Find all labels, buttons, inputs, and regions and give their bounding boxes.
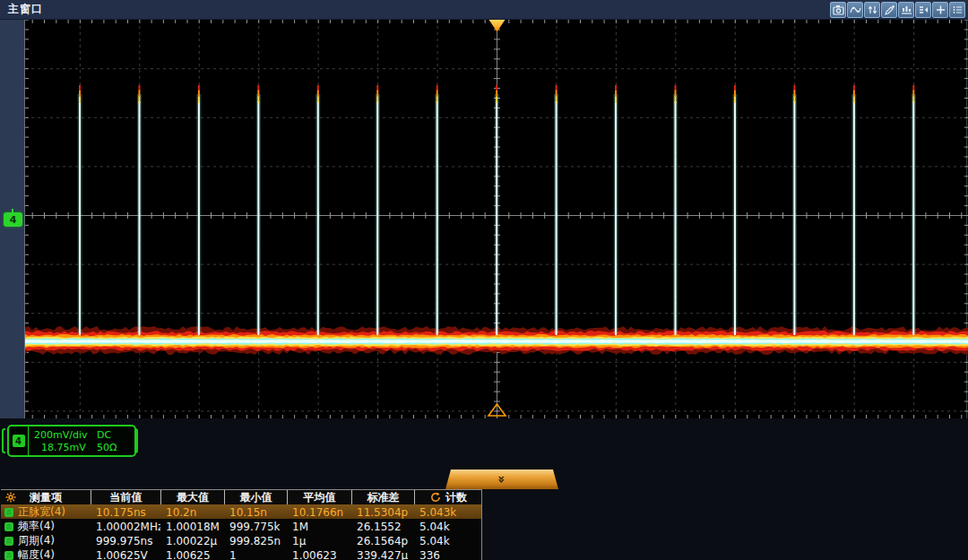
waveform-curve-button[interactable] — [847, 2, 863, 18]
measurement-value: 26.1564p — [351, 535, 414, 547]
measurement-value: 1M — [287, 521, 351, 533]
plus-button[interactable] — [932, 2, 948, 18]
measurement-value: 5.04k — [414, 521, 482, 533]
column-header: 测量项 — [1, 490, 91, 504]
trigger-position-marker[interactable] — [489, 20, 506, 32]
column-header: 计数 — [414, 490, 482, 504]
channel-scale: 200mV/div — [29, 429, 90, 441]
toolbar — [830, 2, 965, 18]
chevrons-down-icon: » — [496, 475, 508, 483]
measurement-value: 1.00022µ — [160, 535, 224, 547]
channel-impedance: 50Ω — [90, 442, 117, 453]
channel-measure-icon: ⎍ — [4, 551, 13, 560]
window-title: 主窗口 — [0, 2, 43, 17]
measurement-value: 5.043k — [414, 506, 482, 519]
measurement-value: 339.427µ — [351, 549, 414, 560]
measurement-value: 10.1766n — [287, 506, 351, 519]
screenshot-button[interactable] — [830, 2, 846, 18]
channel-number-badge: 4 — [13, 435, 25, 447]
measurement-value: 1.00625 — [160, 549, 224, 560]
measurement-label: ⎍频率(4) — [1, 519, 91, 534]
measurement-value: 999.825n — [224, 535, 287, 547]
channel-badge-wrap: 4 — [9, 426, 29, 455]
measurement-value: 1.00018M — [160, 521, 224, 533]
histogram-button[interactable] — [898, 2, 914, 18]
channel-offset: 18.75mV — [29, 442, 90, 453]
column-header: 标准差 — [351, 490, 414, 504]
column-header: 最小值 — [224, 490, 287, 504]
measurement-value: 1 — [224, 549, 287, 560]
edit-plus-icon — [884, 4, 895, 15]
histogram-icon — [901, 4, 912, 15]
measurement-value: 336 — [414, 549, 482, 560]
column-header: 最大值 — [160, 490, 224, 504]
channel-measure-icon: ⎍ — [4, 522, 13, 531]
plus-icon — [935, 4, 946, 15]
measurement-value: 26.1552 — [351, 521, 414, 533]
channel4-ground-marker[interactable]: 4 — [4, 212, 22, 227]
arrows-updown-button[interactable] — [864, 2, 880, 18]
gear-icon[interactable] — [5, 492, 16, 506]
measurement-value: 1.00623 — [287, 549, 351, 560]
measurement-row[interactable]: ⎍频率(4)1.00002MHz1.00018M999.775k1M26.155… — [1, 519, 481, 533]
measurement-row[interactable]: ⎍幅度(4)1.00625V1.0062511.00623339.427µ336 — [1, 547, 481, 560]
measurement-value: 1.00002MHz — [91, 521, 160, 533]
column-header: 当前值 — [91, 490, 160, 504]
channel-measure-icon: ⎍ — [4, 537, 13, 546]
dock-panel-icon — [918, 4, 929, 15]
measurement-value: 10.2n — [160, 506, 224, 519]
measurement-table: 测量项当前值最大值最小值平均值标准差计数⎍正脉宽(4)10.175ns10.2n… — [1, 489, 482, 560]
measurement-value: 1µ — [287, 535, 351, 547]
column-header: 平均值 — [287, 490, 351, 504]
waveform-curve-icon — [850, 4, 861, 15]
menu-list-icon — [952, 4, 964, 15]
refresh-icon[interactable] — [430, 492, 441, 503]
measurement-label: ⎍周期(4) — [1, 533, 91, 548]
screenshot-icon — [833, 4, 844, 15]
dock-panel-button[interactable] — [915, 2, 931, 18]
measurement-row[interactable]: ⎍正脉宽(4)10.175ns10.2n10.15n10.1766n11.530… — [1, 504, 481, 519]
channel4-info-box[interactable]: 4 200mV/div DC 18.75mV 50Ω — [7, 425, 136, 457]
arrows-updown-icon — [867, 4, 878, 15]
channel-measure-icon: ⎍ — [4, 508, 13, 517]
measurement-row[interactable]: ⎍周期(4)999.975ns1.00022µ999.825n1µ26.1564… — [1, 533, 481, 547]
measurement-value: 5.04k — [414, 535, 482, 547]
measurement-value: 11.5304p — [351, 506, 414, 519]
titlebar: 主窗口 — [0, 0, 968, 20]
menu-list-button[interactable] — [949, 2, 965, 18]
oscilloscope-window: 主窗口 — [0, 0, 968, 560]
channel-coupling: DC — [90, 429, 111, 441]
edit-plus-button[interactable] — [881, 2, 897, 18]
measurement-header-row: 测量项当前值最大值最小值平均值标准差计数 — [1, 490, 481, 504]
measurement-value: 1.00625V — [91, 549, 160, 560]
measurement-label: ⎍正脉宽(4) — [1, 504, 91, 520]
measure-panel-collapse-handle[interactable]: » — [445, 470, 558, 489]
measurement-label: ⎍幅度(4) — [1, 547, 91, 560]
measurement-value: 999.975ns — [91, 535, 160, 547]
channel-box-bracket-left — [2, 428, 5, 453]
measurement-value: 999.775k — [224, 521, 287, 533]
waveform-plot — [25, 20, 968, 418]
measurement-value: 10.15n — [224, 506, 287, 519]
measurement-value: 10.175ns — [91, 506, 160, 519]
waveform-display[interactable] — [24, 20, 967, 418]
